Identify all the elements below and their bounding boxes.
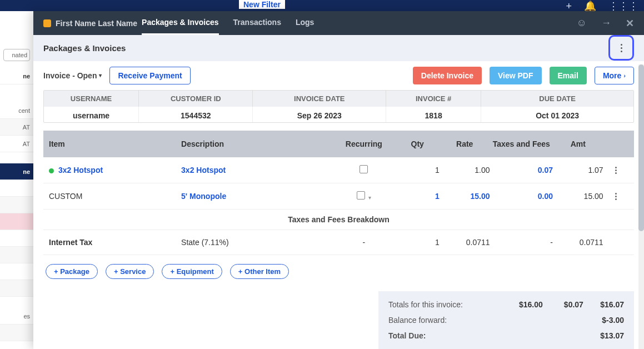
col-taxes-fees: Taxes and Fees	[490, 139, 553, 148]
totals-total: $16.07	[583, 300, 624, 309]
col-username: USERNAME	[44, 91, 139, 107]
tax-row: Internet Tax State (7.11%) - 1 0.0711 - …	[43, 230, 634, 255]
qty-link[interactable]: 1	[396, 192, 440, 201]
rate-link[interactable]: 15.00	[440, 192, 490, 201]
tax-qty: 1	[396, 238, 440, 247]
bell-icon[interactable]: 🔔	[584, 0, 596, 12]
qty-value: 1	[396, 166, 440, 174]
description-link[interactable]: 3x2 Hotspot	[181, 166, 332, 174]
row-kebab-menu[interactable]	[603, 193, 628, 200]
tax-tax: -	[490, 238, 553, 247]
kebab-icon	[621, 44, 622, 52]
due-date-value: Oct 01 2023	[481, 107, 633, 123]
balance-label: Balance forward:	[388, 316, 502, 325]
col-invoice-no: INVOICE #	[386, 91, 481, 107]
tax-link[interactable]: 0.07	[490, 166, 553, 174]
more-button[interactable]: More›	[595, 67, 634, 84]
col-qty: Qty	[396, 139, 440, 148]
balance-value: $-3.00	[583, 316, 624, 325]
total-due-label: Total Due:	[388, 331, 502, 340]
tax-item-label: Internet Tax	[49, 238, 181, 247]
tax-desc: State (7.11%)	[181, 238, 332, 247]
customer-name[interactable]: First Name Last Name	[56, 19, 137, 28]
email-button[interactable]: Email	[550, 67, 587, 84]
amt-value: 15.00	[553, 192, 603, 201]
tax-amt: 0.0711	[553, 238, 603, 247]
tab-logs[interactable]: Logs	[296, 11, 314, 35]
rate-value: 1.00	[440, 166, 490, 174]
totals-panel: Totals for this invoice: $16.00 $0.07 $1…	[378, 291, 634, 349]
recurring-checkbox[interactable]	[360, 165, 368, 173]
invoice-date-value: Sep 26 2023	[253, 107, 386, 123]
col-item: Item	[49, 139, 181, 148]
totals-sub: $16.00	[502, 300, 543, 309]
col-description: Description	[181, 139, 332, 148]
totals-label: Totals for this invoice:	[388, 300, 502, 309]
tab-packages-invoices[interactable]: Packages & Invoices	[142, 11, 219, 35]
line-items-table: Item Description Recurring Qty Rate Taxe…	[43, 131, 634, 255]
bg-pill: nated	[3, 49, 30, 61]
delete-invoice-button[interactable]: Delete Invoice	[413, 67, 482, 84]
smile-icon[interactable]: ☺	[577, 17, 587, 29]
chevron-right-icon: ›	[623, 72, 626, 79]
tax-link[interactable]: 0.00	[490, 192, 553, 201]
add-icon[interactable]: +	[566, 1, 572, 12]
scroll-thumb[interactable]	[638, 64, 644, 231]
col-invoice-date: INVOICE DATE	[253, 91, 386, 107]
col-amt: Amt	[553, 139, 603, 148]
apps-icon[interactable]: ⋮⋮⋮	[608, 0, 638, 12]
background-list: nated ne cent AT AT ne es	[0, 11, 33, 349]
row-kebab-menu[interactable]	[603, 167, 628, 174]
amt-value: 1.07	[553, 166, 603, 174]
username-link[interactable]: username	[44, 107, 139, 123]
recurring-checkbox[interactable]	[357, 191, 365, 200]
forward-icon[interactable]: →	[601, 17, 611, 29]
scrollbar[interactable]	[638, 64, 644, 349]
user-icon	[43, 19, 51, 27]
receive-payment-button[interactable]: Receive Payment	[109, 67, 190, 84]
invoice-status-dropdown[interactable]: Invoice - Open▾	[43, 71, 102, 80]
col-due-date: DUE DATE	[481, 91, 633, 107]
chevron-down-icon[interactable]: ▾	[368, 195, 371, 201]
item-label: CUSTOM	[49, 192, 181, 201]
add-other-item-button[interactable]: + Other Item	[230, 264, 289, 279]
status-dot	[49, 168, 54, 173]
total-due-value: $13.07	[583, 331, 624, 340]
line-item-row: 3x2 Hotspot 3x2 Hotspot 1 1.00 0.07 1.07	[43, 157, 634, 183]
description-link[interactable]: 5' Monopole	[181, 192, 332, 201]
invoice-no-value: 1818	[386, 107, 481, 123]
chevron-down-icon: ▾	[99, 72, 102, 78]
totals-tax: $0.07	[543, 300, 583, 309]
tab-transactions[interactable]: Transactions	[233, 11, 281, 35]
view-pdf-button[interactable]: View PDF	[490, 67, 542, 84]
col-rate: Rate	[440, 139, 490, 148]
page-title: Packages & Invoices	[43, 43, 126, 53]
add-package-button[interactable]: + Package	[46, 264, 98, 279]
col-recurring: Recurring	[332, 139, 395, 148]
line-item-row: CUSTOM 5' Monopole ▾ 1 15.00 0.00 15.00	[43, 183, 634, 210]
tax-recurring: -	[332, 238, 395, 247]
page-kebab-menu[interactable]	[608, 35, 634, 61]
tax-rate: 0.0711	[440, 238, 490, 247]
invoice-info-table: USERNAME CUSTOMER ID INVOICE DATE INVOIC…	[43, 90, 634, 123]
add-service-button[interactable]: + Service	[106, 264, 154, 279]
close-icon[interactable]: ✕	[626, 17, 634, 29]
add-equipment-button[interactable]: + Equipment	[162, 264, 222, 279]
breakdown-header: Taxes and Fees Breakdown	[43, 210, 634, 230]
col-customer-id: CUSTOMER ID	[139, 91, 253, 107]
customer-id-value: 1544532	[139, 107, 253, 123]
item-link[interactable]: 3x2 Hotspot	[58, 166, 103, 174]
new-filter-button[interactable]: New Filter	[239, 0, 285, 9]
